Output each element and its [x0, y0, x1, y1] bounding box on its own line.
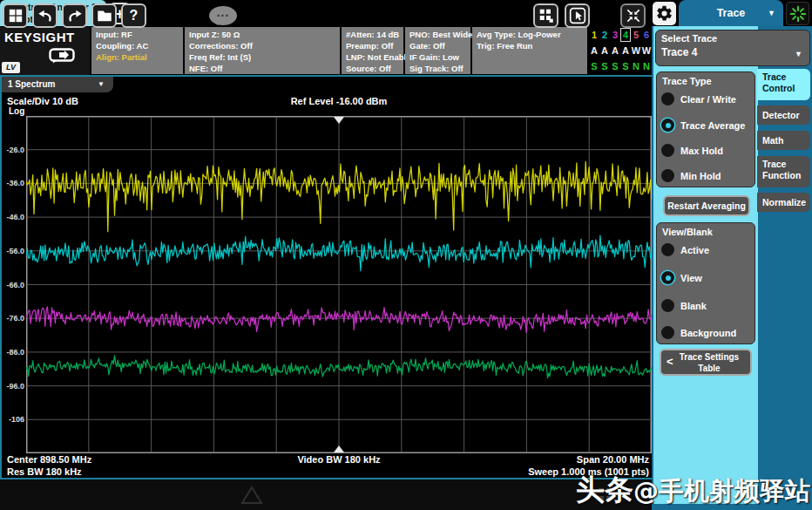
y-tick-label: -26.0: [1, 145, 24, 155]
res-bw-annotation[interactable]: Res BW 180 kHz: [7, 466, 82, 477]
meas-panel-input[interactable]: Input: RF Coupling: AC Align: Partial: [91, 27, 183, 74]
center-freq-marker-bottom: [334, 445, 344, 452]
trace-state-letter: S: [620, 58, 631, 74]
radio-icon: [661, 271, 674, 284]
radio-icon: [661, 144, 674, 157]
redo-button[interactable]: [62, 3, 87, 28]
trace-settings-table-button[interactable]: < Trace Settings Table: [660, 349, 752, 376]
tab-trace-control[interactable]: Trace Control: [757, 69, 810, 100]
trace-type-label: Trace Type: [657, 72, 754, 86]
tab-math[interactable]: Math: [757, 131, 810, 150]
chevron-down-icon: ▼: [795, 50, 802, 58]
meas-line: Input: RF: [96, 29, 183, 40]
busy-indicator-button[interactable]: [786, 2, 809, 25]
ref-level-annotation[interactable]: Ref Level -16.00 dBm: [291, 96, 388, 106]
select-trace-value: Trace 4: [661, 46, 804, 58]
arrows-inward-icon: [625, 7, 642, 24]
alert-triangle-icon: [240, 485, 263, 506]
radio-icon: [661, 326, 674, 339]
meas-line: NFE: Off: [189, 63, 340, 74]
center-freq-marker-top: [334, 117, 344, 124]
windows-start-button[interactable]: [3, 3, 28, 28]
trace-type-group: Trace Type Clear / Write Trace Average M…: [656, 71, 755, 187]
trace-number: 3: [610, 27, 620, 43]
brand-logo: KEYSIGHT: [4, 30, 75, 44]
radio-trace-average[interactable]: Trace Average: [661, 118, 745, 133]
undo-button[interactable]: [32, 3, 58, 28]
spectrum-analyzer-app: Spectrum Analyzer 1 ▼ Swept SA + Trace ▼…: [0, 0, 812, 510]
meas-panel-avg[interactable]: Avg Type: Log-Power Trig: Free Run: [472, 27, 587, 74]
fullscreen-toggle-button[interactable]: [620, 3, 646, 28]
meas-panel-input-z[interactable]: Input Z: 50 Ω Corrections: Off Freq Ref:…: [185, 27, 340, 74]
bottom-toolbar: [0, 479, 652, 510]
radio-clear-write[interactable]: Clear / Write: [661, 92, 736, 106]
trace-state-letter: N: [641, 58, 652, 74]
meas-line: LNP: Not Enabled: [346, 51, 403, 63]
gridlines: [27, 117, 652, 453]
meas-line: IF Gain: Low: [409, 51, 470, 63]
meas-line: Coupling: AC: [96, 40, 183, 51]
touch-pointer-icon: [569, 7, 586, 24]
radio-icon: [661, 299, 674, 312]
log-scale-label: Log: [9, 106, 24, 116]
radio-max-hold[interactable]: Max Hold: [661, 143, 723, 158]
scale-div-annotation[interactable]: Scale/Div 10 dB: [7, 96, 78, 106]
trace-number: 2: [599, 27, 610, 43]
trace-state-letter: S: [599, 58, 610, 74]
meas-panel-atten[interactable]: #Atten: 14 dB Preamp: Off LNP: Not Enabl…: [342, 27, 403, 74]
view-blank-label: View/Blank: [657, 223, 754, 237]
meas-line: Gate: Off: [409, 40, 470, 51]
radio-view[interactable]: View: [661, 270, 702, 285]
radio-icon: [661, 119, 674, 132]
chevron-down-icon: ▼: [768, 0, 775, 26]
video-bw-annotation[interactable]: Video BW 180 kHz: [297, 454, 380, 465]
meas-panel-pno[interactable]: PNO: Best Wide Gate: Off IF Gain: Low Si…: [405, 27, 470, 74]
select-trace-label: Select Trace: [661, 33, 804, 44]
window-arrange-button[interactable]: [533, 3, 558, 28]
chevron-down-icon: ▼: [98, 77, 105, 92]
y-tick-label: -106: [1, 414, 24, 425]
trace-type-letter: W: [631, 43, 641, 58]
windows-logo-icon: [8, 8, 24, 24]
system-settings-button[interactable]: [653, 2, 676, 25]
select-trace-dropdown[interactable]: Select Trace Trace 4 ▼: [655, 30, 810, 66]
message-center-button[interactable]: ...: [209, 6, 237, 25]
tab-normalize[interactable]: Normalize: [757, 193, 810, 212]
menu-tab-trace[interactable]: Trace ▼: [679, 0, 783, 26]
watermark: 头条@手机射频驿站: [576, 471, 810, 510]
window-tab-spectrum[interactable]: 1 Spectrum ▼: [2, 77, 113, 92]
radio-active[interactable]: Active: [661, 242, 709, 257]
center-freq-annotation[interactable]: Center 898.50 MHz: [7, 454, 91, 465]
meas-line: PNO: Best Wide: [409, 29, 470, 40]
meas-line-align-status: Align: Partial: [96, 51, 183, 63]
file-open-button[interactable]: [91, 3, 117, 28]
tab-detector[interactable]: Detector: [757, 105, 810, 125]
trace-type-letter: A: [620, 43, 631, 58]
trace-type-letter: A: [589, 43, 599, 58]
radio-blank[interactable]: Blank: [661, 298, 707, 313]
y-tick-label: -86.0: [1, 347, 24, 357]
view-blank-group: View/Blank Active View Blank Background: [656, 222, 755, 344]
touch-mode-button[interactable]: [565, 3, 590, 28]
trace-state-letter: S: [589, 58, 599, 74]
gear-icon: [655, 4, 673, 23]
folder-icon: [96, 7, 113, 24]
span-annotation[interactable]: Span 20.00 MHz: [577, 454, 649, 465]
trace-status-table[interactable]: 123456AAAAWWSSSSNN: [589, 27, 652, 74]
y-tick-label: -76.0: [1, 313, 24, 323]
restart-averaging-button[interactable]: Restart Averaging: [663, 195, 750, 216]
message-bubble-icon[interactable]: [49, 48, 75, 67]
radio-icon: [661, 169, 674, 182]
help-button[interactable]: ?: [121, 3, 146, 28]
tab-trace-function[interactable]: Trace Function: [757, 156, 810, 187]
trace-number: 5: [631, 27, 641, 43]
chevron-left-icon: <: [667, 356, 673, 367]
radio-min-hold[interactable]: Min Hold: [661, 168, 721, 183]
redo-icon: [66, 7, 84, 24]
radio-background[interactable]: Background: [661, 325, 736, 340]
question-mark-icon: ?: [130, 8, 139, 24]
trace-number: 4: [620, 27, 631, 43]
y-tick-label: -36.0: [1, 178, 24, 188]
trace-state-letter: N: [631, 58, 641, 74]
trace-number: 6: [641, 27, 652, 43]
